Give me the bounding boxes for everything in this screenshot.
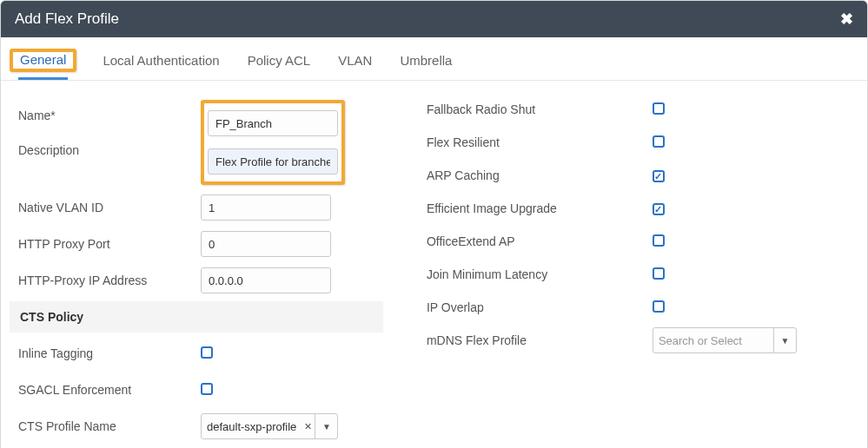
http-proxy-port-input[interactable]	[201, 231, 331, 257]
form-body: Name* Description Native VLAN ID	[1, 81, 867, 448]
tab-vlan[interactable]: VLAN	[336, 48, 374, 73]
add-flex-profile-modal: Add Flex Profile ✖ General Local Authent…	[0, 0, 868, 448]
native-vlan-label: Native VLAN ID	[18, 201, 201, 214]
highlight-name-description	[201, 100, 345, 185]
http-proxy-ip-input[interactable]	[201, 267, 331, 293]
fallback-radio-shut-label: Fallback Radio Shut	[427, 102, 653, 116]
fallback-radio-shut-checkbox[interactable]	[653, 102, 665, 115]
native-vlan-input[interactable]	[201, 194, 331, 221]
mdns-flex-profile-placeholder: Search or Select	[653, 328, 773, 352]
efficient-image-upgrade-checkbox[interactable]	[653, 203, 665, 215]
ip-overlap-label: IP Overlap	[427, 300, 653, 314]
ip-overlap-checkbox[interactable]	[653, 300, 665, 313]
left-column: Name* Description Native VLAN ID	[10, 93, 383, 447]
highlight-general-tab: General	[10, 49, 76, 72]
cts-profile-name-label: CTS Profile Name	[18, 419, 201, 433]
chevron-down-icon[interactable]: ▼	[315, 414, 337, 438]
description-label: Description	[18, 143, 79, 157]
flex-resilient-label: Flex Resilient	[427, 135, 653, 149]
inline-tagging-checkbox[interactable]	[201, 346, 213, 359]
sgacl-enforcement-label: SGACL Enforcement	[18, 383, 201, 397]
tab-local-authentication[interactable]: Local Authentication	[101, 48, 221, 73]
tab-policy-acl[interactable]: Policy ACL	[246, 48, 313, 73]
http-proxy-ip-label: HTTP-Proxy IP Address	[18, 273, 201, 287]
join-minimum-latency-label: Join Minimum Latency	[427, 267, 653, 281]
clear-icon[interactable]: ✕	[301, 414, 315, 438]
mdns-flex-profile-label: mDNS Flex Profile	[427, 333, 653, 347]
cts-profile-name-value: default-sxp-profile	[202, 414, 301, 438]
officeextend-ap-label: OfficeExtend AP	[427, 234, 653, 248]
description-input[interactable]	[208, 148, 338, 175]
close-icon[interactable]: ✖	[840, 10, 853, 29]
officeextend-ap-checkbox[interactable]	[653, 234, 665, 247]
tab-general[interactable]: General	[18, 47, 68, 72]
arp-caching-label: ARP Caching	[427, 168, 653, 182]
chevron-down-icon[interactable]: ▼	[773, 328, 796, 352]
join-minimum-latency-checkbox[interactable]	[653, 267, 665, 280]
name-label: Name*	[18, 109, 56, 122]
http-proxy-port-label: HTTP Proxy Port	[18, 237, 201, 251]
right-column: Fallback Radio Shut Flex Resilient ARP C…	[418, 93, 843, 447]
sgacl-enforcement-checkbox[interactable]	[201, 383, 213, 395]
modal-title: Add Flex Profile	[15, 10, 119, 28]
name-input[interactable]	[208, 110, 338, 136]
tab-bar: General Local Authentication Policy ACL …	[1, 37, 867, 81]
cts-profile-name-select[interactable]: default-sxp-profile ✕ ▼	[201, 413, 338, 439]
flex-resilient-checkbox[interactable]	[653, 135, 665, 148]
mdns-flex-profile-select[interactable]: Search or Select ▼	[653, 327, 797, 353]
cts-policy-section-header: CTS Policy	[10, 301, 383, 333]
efficient-image-upgrade-label: Efficient Image Upgrade	[427, 201, 653, 215]
tab-umbrella[interactable]: Umbrella	[398, 48, 454, 73]
arp-caching-checkbox[interactable]	[653, 170, 665, 182]
modal-header: Add Flex Profile ✖	[1, 1, 867, 37]
inline-tagging-label: Inline Tagging	[18, 346, 201, 360]
